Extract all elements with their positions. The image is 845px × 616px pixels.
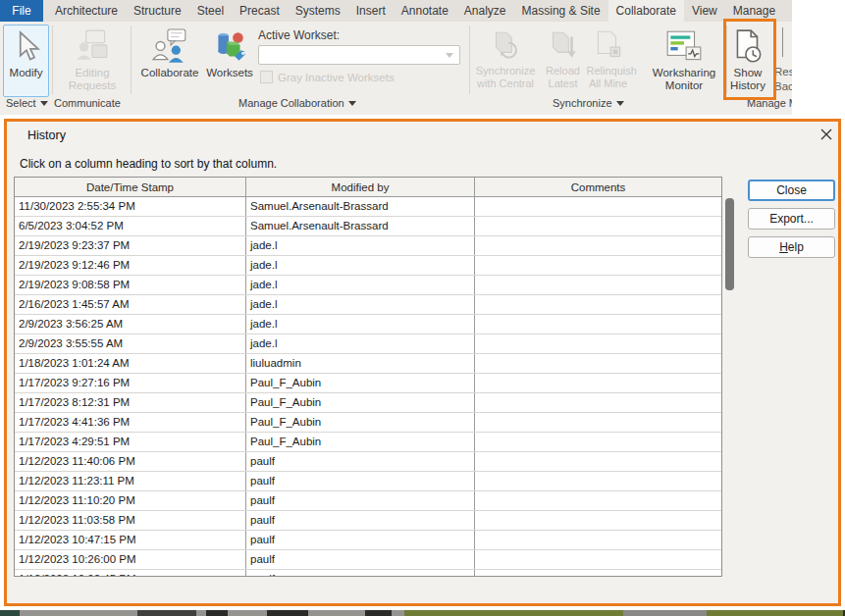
close-icon[interactable] — [818, 126, 835, 143]
cell-comments — [475, 452, 721, 471]
show-history-button[interactable]: Show History — [727, 26, 768, 96]
worksets-button[interactable]: Worksets — [203, 26, 256, 94]
tab-massing-site[interactable]: Massing & Site — [514, 0, 608, 22]
cell-timestamp: 6/5/2023 3:04:52 PM — [15, 217, 246, 235]
cell-modified-by: liuluadmin — [246, 354, 475, 373]
table-row[interactable]: 1/12/2023 10:02:45 PMpaulf — [15, 570, 721, 576]
cell-timestamp: 2/19/2023 9:23:37 PM — [15, 236, 246, 255]
table-row[interactable]: 2/16/2023 1:45:57 AMjade.l — [15, 295, 721, 315]
table-row[interactable]: 1/12/2023 11:23:11 PMpaulf — [15, 472, 721, 491]
taskbar-segment — [267, 610, 308, 616]
tab-manage[interactable]: Manage — [725, 0, 783, 22]
panel-select[interactable]: Select — [6, 97, 48, 109]
cell-comments — [475, 472, 721, 490]
reload-latest-label: Reload Latest — [543, 65, 584, 90]
table-row[interactable]: 1/17/2023 9:27:16 PMPaul_F_Aubin — [15, 374, 721, 393]
cell-comments — [475, 393, 721, 412]
history-table: Date/Time Stamp Modified by Comments 11/… — [14, 177, 722, 577]
relinquish-all-mine-icon — [592, 27, 625, 65]
cell-comments — [475, 531, 721, 549]
help-button[interactable]: Help — [748, 236, 835, 258]
column-header-date-time[interactable]: Date/Time Stamp — [15, 178, 246, 196]
table-row[interactable]: 1/12/2023 10:47:15 PMpaulf — [15, 531, 721, 550]
tab-systems[interactable]: Systems — [288, 0, 348, 22]
table-row[interactable]: 1/12/2023 11:03:58 PMpaulf — [15, 511, 721, 531]
dialog-instruction: Click on a column heading to sort by tha… — [20, 157, 277, 171]
cell-comments — [475, 413, 721, 432]
panel-divider — [469, 26, 470, 94]
table-row[interactable]: 6/5/2023 3:04:52 PMSamuel.Arsenault-Bras… — [15, 217, 721, 236]
reload-latest-icon — [547, 27, 580, 65]
cell-modified-by: jade.l — [246, 315, 475, 334]
cell-comments — [475, 354, 721, 373]
show-history-label: Show History — [728, 67, 767, 92]
modify-button[interactable]: Modify — [3, 25, 49, 97]
tab-precast[interactable]: Precast — [232, 0, 288, 22]
tab-steel[interactable]: Steel — [189, 0, 232, 22]
table-row[interactable]: 1/12/2023 11:10:20 PMpaulf — [15, 491, 721, 511]
collaborate-button[interactable]: Collaborate — [135, 26, 204, 94]
taskbar-segment — [392, 610, 404, 616]
table-row[interactable]: 11/30/2023 2:55:34 PMSamuel.Arsenault-Br… — [15, 197, 721, 217]
cell-modified-by: paulf — [246, 452, 475, 471]
export-button[interactable]: Export... — [748, 208, 835, 230]
relinquish-all-mine-button: Relinquish All Mine — [586, 26, 630, 102]
panel-divider — [52, 26, 53, 94]
tab-insert[interactable]: Insert — [348, 0, 394, 22]
tab-structure[interactable]: Structure — [126, 0, 189, 22]
panel-manage-collaboration[interactable]: Manage Collaboration — [238, 97, 356, 109]
cell-modified-by: jade.l — [246, 295, 475, 314]
taskbar-segment — [404, 610, 623, 616]
cell-modified-by: jade.l — [246, 256, 475, 275]
worksharing-monitor-label: Worksharing Monitor — [645, 67, 723, 92]
editing-requests-label: Editing Requests — [67, 67, 118, 92]
relinquish-all-mine-label: Relinquish All Mine — [587, 65, 630, 90]
tab-architecture[interactable]: Architecture — [47, 0, 126, 22]
tab-annotate[interactable]: Annotate — [394, 0, 456, 22]
close-button[interactable]: Close — [748, 180, 835, 201]
active-workset-label: Active Workset: — [258, 28, 340, 42]
table-row[interactable]: 2/19/2023 9:23:37 PMjade.l — [15, 236, 721, 256]
cell-timestamp: 1/12/2023 11:40:06 PM — [15, 452, 246, 471]
scrollbar-thumb[interactable] — [725, 198, 734, 290]
column-header-modified-by[interactable]: Modified by — [246, 178, 475, 196]
table-row[interactable]: 2/9/2023 3:55:55 AMjade.l — [15, 334, 721, 354]
tab-analyze[interactable]: Analyze — [456, 0, 514, 22]
tab-view[interactable]: View — [684, 0, 725, 22]
table-row[interactable]: 2/19/2023 9:08:58 PMjade.l — [15, 276, 721, 295]
table-row[interactable]: 2/19/2023 9:12:46 PMjade.l — [15, 256, 721, 276]
tab-collaborate[interactable]: Collaborate — [608, 0, 684, 22]
table-row[interactable]: 1/17/2023 4:41:36 PMPaul_F_Aubin — [15, 413, 721, 433]
bottom-taskbar-sliver — [0, 610, 845, 616]
collaborate-icon — [151, 27, 188, 67]
active-workset-combobox[interactable] — [258, 45, 460, 65]
taskbar-segment — [196, 610, 206, 616]
table-row[interactable]: 1/17/2023 4:29:51 PMPaul_F_Aubin — [15, 433, 721, 452]
help-button-label: Help — [779, 240, 804, 254]
restore-backup-label: Restore Backup — [774, 65, 792, 94]
worksharing-monitor-button[interactable]: Worksharing Monitor — [644, 26, 724, 96]
panel-synchronize[interactable]: Synchronize — [553, 97, 624, 109]
table-row[interactable]: 1/12/2023 11:40:06 PMpaulf — [15, 452, 721, 472]
close-button-label: Close — [776, 183, 807, 197]
cell-modified-by: paulf — [246, 531, 475, 549]
column-header-comments[interactable]: Comments — [475, 178, 721, 196]
editing-requests-icon — [74, 27, 111, 67]
table-row[interactable]: 1/17/2023 8:12:31 PMPaul_F_Aubin — [15, 393, 721, 413]
cell-timestamp: 1/12/2023 10:02:45 PM — [15, 570, 246, 576]
cell-timestamp: 1/17/2023 9:27:16 PM — [15, 374, 246, 392]
panel-divider — [131, 26, 132, 94]
tab-file[interactable]: File — [0, 0, 43, 22]
table-row[interactable]: 1/18/2023 1:01:24 AMliuluadmin — [15, 354, 721, 374]
cell-timestamp: 11/30/2023 2:55:34 PM — [15, 197, 246, 216]
cell-modified-by: paulf — [246, 570, 475, 576]
table-row[interactable]: 2/9/2023 3:56:25 AMjade.l — [15, 315, 721, 334]
taskbar-segment — [0, 610, 20, 616]
cell-comments — [475, 276, 721, 294]
taskbar-segment — [228, 610, 267, 616]
synchronize-with-central-button: Synchronize with Central — [471, 26, 540, 102]
table-row[interactable]: 1/12/2023 10:26:00 PMpaulf — [15, 550, 721, 570]
panel-communicate: Communicate — [54, 97, 121, 109]
chevron-down-icon — [616, 101, 624, 106]
restore-backup-button-clipped[interactable]: Restore Backup — [774, 26, 792, 96]
